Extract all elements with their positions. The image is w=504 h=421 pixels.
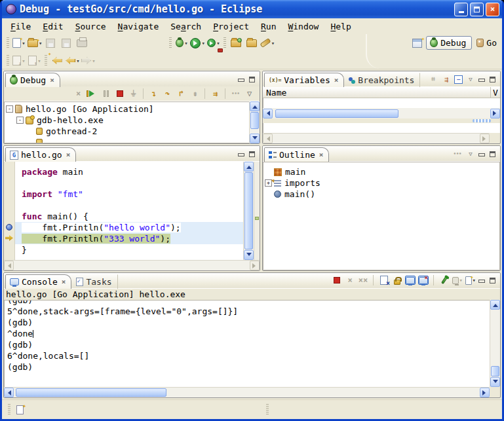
scroll-up-button[interactable] — [244, 162, 254, 172]
tree-expander[interactable]: - — [6, 105, 13, 113]
overview-ruler[interactable] — [254, 162, 260, 260]
use-step-filters-button[interactable]: ⇉ — [209, 88, 222, 100]
console-horizontal-scrollbar[interactable] — [4, 387, 490, 397]
minimize-view-button[interactable] — [478, 278, 484, 284]
variables-tab[interactable]: (x)= Variables × — [264, 73, 344, 87]
dropdown-icon[interactable]: ▾ — [271, 40, 275, 46]
breakpoints-tab[interactable]: Breakpoints — [344, 73, 420, 87]
show-stderr-button[interactable] — [418, 276, 429, 285]
debug-view-tab[interactable]: Debug × — [5, 73, 60, 87]
show-type-names-button[interactable]: ⌗ — [428, 75, 438, 84]
toolbar-grip[interactable] — [7, 55, 9, 67]
terminate-button[interactable] — [113, 88, 126, 100]
close-icon[interactable]: × — [62, 278, 66, 286]
outline-tab[interactable]: Outline × — [264, 147, 329, 162]
pin-console-button[interactable] — [439, 276, 450, 285]
dropdown-icon[interactable]: ▾ — [76, 58, 79, 64]
maximize-view-button[interactable] — [249, 77, 255, 82]
remove-terminated-button[interactable]: × — [72, 88, 85, 100]
outline-item[interactable]: main() — [265, 189, 499, 200]
dropdown-icon[interactable]: ▾ — [184, 40, 187, 46]
toolbar-grip[interactable] — [223, 37, 226, 49]
debug-tree-item[interactable] — [6, 137, 249, 143]
code-line[interactable]: fmt.Println("333 world"); — [15, 233, 243, 244]
code-area[interactable]: package mainimport "fmt"func main() { fm… — [15, 162, 243, 260]
code-line[interactable]: fmt.Println("hello world"); — [15, 222, 243, 233]
variables-column-header[interactable]: Name V — [263, 86, 500, 98]
close-icon[interactable]: × — [334, 76, 339, 84]
menu-window[interactable]: Window — [282, 20, 324, 33]
console-line[interactable]: (gdb) — [7, 361, 490, 373]
open-console-button[interactable]: ✦▾ — [465, 276, 476, 285]
scrollbar-thumb[interactable] — [244, 172, 253, 249]
step-over-button[interactable]: ↷ — [161, 88, 174, 100]
terminate-button[interactable] — [332, 276, 342, 285]
last-edit-location-button[interactable]: ✦ — [50, 54, 64, 68]
statusbar-grip[interactable] — [266, 404, 269, 416]
code-line[interactable]: } — [15, 244, 243, 255]
dropdown-icon[interactable]: ▾ — [92, 58, 95, 64]
new-wizard-button[interactable]: ✦▾ — [12, 36, 26, 50]
menu-navigate[interactable]: Navigate — [112, 20, 165, 33]
tasks-tab[interactable]: Tasks — [71, 274, 117, 289]
menu-help[interactable]: Help — [324, 20, 357, 33]
console-vertical-scrollbar[interactable] — [490, 300, 500, 387]
dropdown-icon[interactable]: ▾ — [22, 58, 25, 64]
title-bar[interactable]: Debug - testGo/src/cmd/hello.go - Eclips… — [2, 0, 502, 18]
view-menu-button[interactable]: ▽ — [465, 149, 476, 158]
code-line[interactable]: import "fmt" — [15, 189, 243, 200]
save-all-button[interactable] — [59, 36, 73, 50]
suspend-button[interactable] — [100, 88, 112, 100]
console-tab[interactable]: Console × — [5, 274, 71, 289]
maximize-view-button[interactable] — [490, 278, 495, 284]
minimize-view-button[interactable] — [238, 151, 244, 157]
scroll-lock-button[interactable] — [392, 276, 402, 285]
open-perspective-icon[interactable] — [412, 39, 422, 48]
outline-item[interactable]: main — [265, 166, 499, 177]
scroll-up-button[interactable] — [250, 101, 260, 111]
step-into-button[interactable]: ↴ — [147, 88, 160, 100]
variables-list[interactable] — [263, 98, 500, 108]
dropdown-icon[interactable]: ▾ — [201, 40, 204, 46]
code-line[interactable] — [15, 200, 243, 211]
console-line[interactable]: (gdb) — [7, 300, 490, 306]
run-button[interactable]: ▾ — [190, 36, 204, 50]
dropdown-icon[interactable]: ▾ — [459, 277, 463, 284]
detail-horizontal-scrollbar[interactable] — [263, 133, 490, 143]
remove-launch-button[interactable]: × — [345, 276, 355, 285]
scrollbar-thumb[interactable] — [275, 109, 398, 118]
minimize-view-button[interactable] — [478, 77, 484, 82]
code-line[interactable] — [15, 177, 243, 189]
variables-detail-pane[interactable] — [263, 123, 500, 133]
menu-search[interactable]: Search — [165, 20, 207, 33]
maximize-view-button[interactable] — [490, 151, 495, 157]
dropdown-icon[interactable]: ▾ — [216, 40, 220, 46]
new-folder-button[interactable]: ✦▾ — [28, 36, 42, 50]
scroll-right-button[interactable] — [490, 109, 500, 119]
maximize-button[interactable] — [470, 3, 484, 16]
debug-tree-item[interactable]: -hello.go [Go Application] — [6, 103, 249, 115]
previous-annotation-button[interactable]: ▾ — [28, 54, 42, 68]
debug-tree-item[interactable]: -gdb-hello.exe — [6, 115, 249, 126]
show-logical-structure-button[interactable]: ⇶ — [441, 75, 452, 84]
scroll-right-button[interactable] — [480, 388, 490, 397]
fast-view-icon[interactable] — [16, 405, 24, 414]
close-icon[interactable]: × — [66, 151, 71, 159]
statusbar-grip[interactable] — [8, 404, 10, 416]
value-column-header[interactable]: V — [491, 88, 500, 98]
console-output[interactable]: (gdb)5^done,stack-args=[frame={level="0"… — [4, 300, 490, 387]
next-annotation-button[interactable]: ▾ — [12, 54, 26, 68]
scroll-left-button[interactable] — [263, 134, 273, 143]
console-line[interactable]: 6^done,locals=[] — [7, 350, 490, 361]
scrollbar-thumb[interactable] — [491, 366, 499, 376]
toolbar-grip[interactable] — [169, 37, 172, 49]
minimize-view-button[interactable] — [478, 151, 484, 157]
debug-tree-item[interactable]: gothread-2 — [6, 126, 249, 137]
scroll-down-button[interactable] — [490, 377, 500, 387]
display-console-button[interactable]: ▾ — [452, 276, 463, 285]
scroll-up-button[interactable] — [490, 300, 500, 310]
console-line[interactable]: ^done — [7, 328, 490, 339]
debug-vertical-scrollbar[interactable] — [249, 101, 260, 143]
drop-to-frame-button[interactable]: ⇟ — [189, 88, 201, 100]
toolbar-grip[interactable] — [7, 37, 9, 49]
